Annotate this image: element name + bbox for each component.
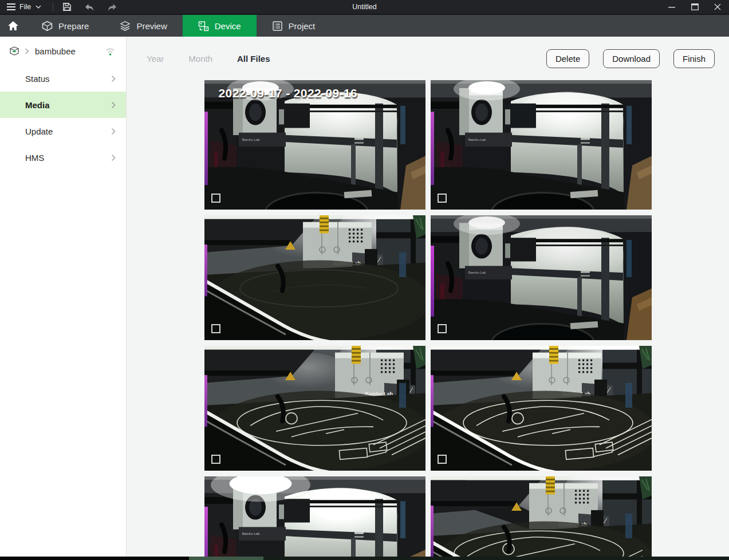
thumbnail-checkbox[interactable] [211,324,220,333]
device-icon [198,21,209,31]
printer-camera-image: Bambu Lab [431,215,652,340]
project-list-icon [272,21,283,31]
hamburger-menu-icon[interactable] [7,3,15,11]
filter-tab-all-files[interactable]: All Files [237,54,270,64]
tab-prepare[interactable]: Prepare [26,15,104,37]
media-thumbnail[interactable]: Bambu Lab [431,346,652,471]
chevron-right-icon [111,128,116,135]
undo-icon[interactable] [84,3,94,11]
media-thumbnail[interactable]: Bambu Lab 2022-09-17 - 2022-09-16 [204,80,425,210]
tab-preview[interactable]: Preview [104,15,182,37]
svg-text:Bambu Lab: Bambu Lab [468,271,486,274]
tab-project[interactable]: Project [257,15,331,37]
wifi-status-icon [104,46,116,56]
tab-preview-label: Preview [136,21,167,31]
printer-selector[interactable]: bambubee [0,37,126,65]
chevron-right-icon [111,75,116,82]
tab-device-label: Device [215,21,241,31]
redo-icon[interactable] [107,3,117,11]
sidebar-item-label: Status [25,74,50,84]
sidebar-item-label: HMS [25,153,44,163]
sidebar-item-status[interactable]: Status [0,65,126,92]
titlebar: File Untitled [0,0,729,15]
chevron-down-icon[interactable] [36,5,41,9]
svg-text:Bambu Lab: Bambu Lab [468,138,486,141]
printer-camera-image: Bambu Lab [204,346,425,471]
thumbnail-date-label: 2022-09-17 - 2022-09-16 [219,86,358,100]
device-sidebar: bambubee Status Media Update HMS [0,37,127,559]
main-navbar: Prepare Preview Device Project [0,15,729,37]
thumbnail-checkbox[interactable] [211,455,220,464]
media-thumbnail[interactable]: Bambu Lab [431,476,652,559]
printer-camera-image: Bambu Lab [431,80,652,210]
home-button[interactable] [0,15,26,37]
media-thumbnail[interactable]: Bambu Lab [431,215,652,340]
printer-camera-image: Bambu Lab [431,346,652,471]
media-header: Year Month All Files Delete Download Fin… [127,37,729,80]
sidebar-item-hms[interactable]: HMS [0,144,126,171]
media-thumbnail[interactable]: Bambu Lab [204,215,425,340]
sidebar-item-label: Update [25,127,53,136]
printer-name: bambubee [35,46,76,56]
titlebar-divider [53,3,53,11]
chevron-right-icon [25,48,29,54]
filter-tab-year[interactable]: Year [147,54,164,64]
media-thumbnail[interactable]: Bambu Lab [204,346,425,471]
media-thumbnail[interactable]: Bambu Lab [204,476,425,559]
thumbnail-checkbox[interactable] [438,324,447,333]
media-grid: Bambu Lab 2022-09-17 - 2022-09-16 [204,80,652,559]
thumbnail-checkbox[interactable] [211,194,220,203]
printer-camera-image: Bambu Lab [204,476,425,559]
file-menu[interactable]: File [19,3,31,11]
preview-layers-icon [120,21,131,31]
thumbnail-checkbox[interactable] [438,455,447,464]
filter-tab-month[interactable]: Month [188,54,212,64]
printer-icon [9,45,20,57]
delete-button[interactable]: Delete [546,49,589,68]
tab-prepare-label: Prepare [58,21,89,31]
printer-camera-image: Bambu Lab [431,476,652,559]
media-thumbnail[interactable]: Bambu Lab [431,80,652,210]
minimize-button[interactable] [660,0,683,14]
tab-project-label: Project [289,21,316,31]
printer-camera-image: Bambu Lab [204,215,425,340]
thumbnail-checkbox[interactable] [438,194,447,203]
prepare-box-icon [42,21,53,31]
maximize-button[interactable] [683,0,706,14]
chevron-right-icon [111,154,116,161]
taskbar-sliver [0,557,729,560]
sidebar-item-update[interactable]: Update [0,118,126,144]
chevron-right-icon [111,101,116,109]
finish-button[interactable]: Finish [673,49,715,68]
tab-device[interactable]: Device [183,15,257,37]
sidebar-item-label: Media [25,100,50,110]
sidebar-item-media[interactable]: Media [0,92,126,118]
save-icon[interactable] [62,2,72,11]
home-icon [7,21,19,31]
svg-text:Bambu Lab: Bambu Lab [242,138,260,141]
svg-text:Bambu Lab: Bambu Lab [242,532,260,535]
download-button[interactable]: Download [603,49,660,68]
media-panel: Year Month All Files Delete Download Fin… [127,37,729,559]
close-button[interactable] [706,0,729,14]
